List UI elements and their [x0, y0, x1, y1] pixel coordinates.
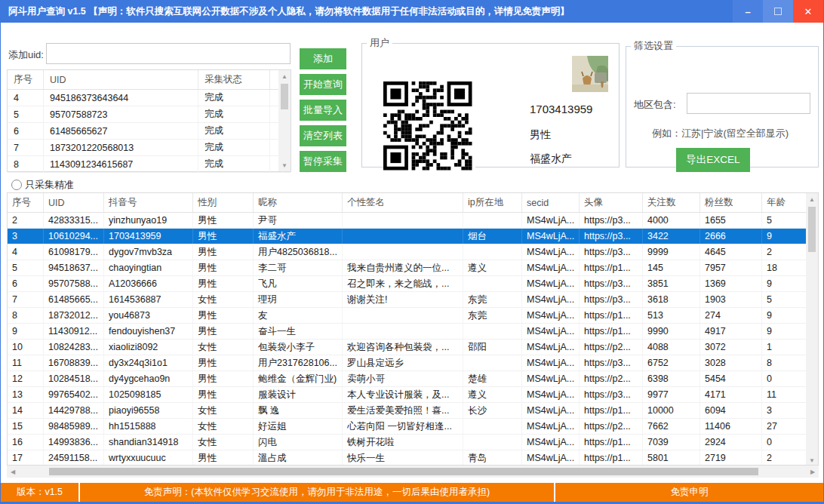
table-cell: 11406: [700, 419, 762, 434]
scroll-down-icon[interactable]: ▼: [278, 159, 291, 171]
minimize-icon[interactable]: –: [733, 0, 763, 23]
column-header[interactable]: 采集状态: [198, 70, 270, 89]
disclaimer-button[interactable]: 免责申明: [555, 483, 823, 502]
table-row[interactable]: 1414429788...piaoyi96558女性飘 逸爱生活爱美爱拍照！喜.…: [8, 403, 818, 419]
column-header[interactable]: 序号: [8, 193, 44, 212]
batch-import-button[interactable]: 批量导入: [300, 100, 346, 121]
start-query-button[interactable]: 开始查询: [300, 74, 346, 95]
table-cell: 男性: [193, 260, 254, 275]
radio-circle-icon[interactable]: [11, 180, 22, 190]
table-row[interactable]: 310610294...1703413959男性福盛水产烟台MS4wLjA...…: [8, 229, 818, 244]
results-table-vscrollbar[interactable]: ▲ ▼: [806, 193, 818, 466]
table-row[interactable]: 695707588...A12036666男性飞凡召之即来，来之能战，...MS…: [8, 276, 818, 292]
table-cell: 13: [8, 387, 44, 402]
table-cell: MS4wLjA...: [522, 324, 580, 339]
table-cell: 3618: [643, 292, 700, 307]
column-header[interactable]: UID: [44, 193, 104, 212]
table-row[interactable]: 1116708839...dy3x24q3i1o1男性用户2317628106.…: [8, 355, 818, 371]
table-cell: 94518637...: [44, 260, 104, 275]
maximize-icon[interactable]: [763, 0, 793, 23]
scroll-up-icon[interactable]: ▲: [278, 70, 291, 82]
column-header[interactable]: 昵称: [254, 193, 343, 212]
table-row[interactable]: 761485665...1614536887女性理玥谢谢关注!东莞MS4wLjA…: [8, 292, 818, 308]
table-row[interactable]: 594518637...chaoyingtian男性李二哥我来自贵州遵义的一位.…: [8, 260, 818, 276]
table-cell: MS4wLjA...: [522, 371, 580, 386]
add-uid-input[interactable]: [46, 43, 291, 64]
table-row[interactable]: 1399765402...1025098185男性服装设计本人专业设计服装，及.…: [8, 387, 818, 403]
table-cell: [343, 244, 463, 260]
table-cell: 7957: [700, 260, 762, 275]
table-row[interactable]: 911430912...fendouyishen37男性奋斗一生MS4wLjA.…: [8, 324, 818, 340]
table-row[interactable]: 595707588723完成: [8, 106, 291, 123]
table-cell: 8: [8, 156, 44, 172]
scroll-right-icon[interactable]: ▶: [807, 466, 819, 478]
table-row[interactable]: 71873201220568013完成: [8, 140, 291, 156]
results-table-hscrollbar[interactable]: ◀ ▶: [7, 466, 819, 478]
table-cell: 7: [8, 140, 44, 155]
table-row[interactable]: 1614993836...shandian314918女性闪电铁树开花啦MS4w…: [8, 435, 818, 450]
column-header[interactable]: secid: [522, 193, 580, 212]
table-cell: 7662: [643, 419, 700, 434]
table-cell: 男性: [193, 244, 254, 260]
user-panel-label: 用户: [367, 36, 392, 50]
table-row[interactable]: 1010824283...xiaolizi8092女性包装袋小李子欢迎咨询各种包…: [8, 340, 818, 355]
table-cell: 快乐一生: [343, 450, 463, 466]
table-cell: fendouyishen37: [104, 324, 193, 339]
uid-table-vscrollbar[interactable]: ▲ ▼: [278, 70, 291, 171]
uid-table-header: 序号UID采集状态: [8, 70, 291, 90]
table-cell: 4171: [700, 387, 762, 402]
table-row[interactable]: 1598485989...hh1515888女性好运姐心若向阳 一切皆好相逢..…: [8, 419, 818, 435]
column-header[interactable]: ip所在地: [463, 193, 522, 212]
add-button[interactable]: 添加: [300, 48, 346, 69]
table-cell: 青岛: [463, 450, 522, 466]
table-cell: 5: [8, 260, 44, 275]
table-cell: https://p1...: [580, 435, 643, 450]
table-cell: 6: [8, 276, 44, 291]
column-header[interactable]: 关注数: [643, 193, 700, 212]
clear-list-button[interactable]: 清空列表: [300, 125, 346, 146]
table-row[interactable]: 4945186373643644完成: [8, 90, 291, 106]
pause-collect-button[interactable]: 暂停采集: [300, 151, 346, 172]
table-cell: A12036666: [104, 276, 193, 291]
table-cell: https://p3...: [580, 276, 643, 291]
precise-collect-radio[interactable]: 只采集精准: [11, 178, 74, 192]
user-gender: 男性: [530, 128, 551, 142]
column-header[interactable]: UID: [44, 70, 198, 89]
table-cell: 95707588...: [44, 276, 104, 291]
scroll-thumb[interactable]: [281, 84, 288, 109]
table-cell: 楚雄: [463, 371, 522, 386]
table-cell: 2: [762, 244, 807, 260]
table-row[interactable]: 1210284518...dy4ygcehao9n男性鲍维金（金辉门业)卖萌小哥…: [8, 371, 818, 387]
version-label: 版本：v1.5: [1, 483, 80, 502]
table-cell: 长沙: [463, 403, 522, 418]
table-cell: MS4wLjA...: [522, 403, 580, 418]
scroll-down-icon[interactable]: ▼: [806, 454, 818, 466]
table-cell: https://p1...: [580, 308, 643, 323]
table-row[interactable]: 818732012...you46873男性友东莞MS4wLjA...https…: [8, 308, 818, 324]
table-row[interactable]: 661485665627完成: [8, 123, 291, 140]
table-row[interactable]: 461098179...dygov7mvb3za男性用户4825036818..…: [8, 244, 818, 260]
column-header[interactable]: 粉丝数: [700, 193, 762, 212]
scroll-left-icon[interactable]: ◀: [7, 466, 19, 478]
table-cell: 李二哥: [254, 260, 343, 275]
column-header[interactable]: 个性签名: [343, 193, 463, 212]
close-icon[interactable]: ✕: [793, 0, 823, 23]
column-header[interactable]: 性别: [193, 193, 254, 212]
table-cell: 女性: [193, 292, 254, 307]
region-input[interactable]: [687, 93, 810, 114]
column-header[interactable]: 抖音号: [104, 193, 193, 212]
table-row[interactable]: 81143091234615687完成: [8, 156, 291, 173]
column-header[interactable]: 序号: [8, 70, 44, 89]
scroll-thumb[interactable]: [808, 207, 816, 252]
column-header[interactable]: 年龄: [762, 193, 807, 212]
table-cell: shandian314918: [104, 435, 193, 450]
table-cell: MS4wLjA...: [522, 387, 580, 402]
table-row[interactable]: 242833315...yinzhunyao19男性尹哥MS4wLjA...ht…: [8, 213, 818, 229]
export-excel-button[interactable]: 导出EXCEL: [676, 148, 750, 172]
scroll-up-icon[interactable]: ▲: [806, 193, 818, 205]
table-cell: 女性: [193, 403, 254, 418]
table-cell: [463, 276, 522, 291]
scroll-thumb[interactable]: [49, 468, 758, 475]
column-header[interactable]: 头像: [580, 193, 643, 212]
table-row[interactable]: 1724591158...wrtyxxuucuuc男性溫占成快乐一生青岛MS4w…: [8, 450, 818, 466]
